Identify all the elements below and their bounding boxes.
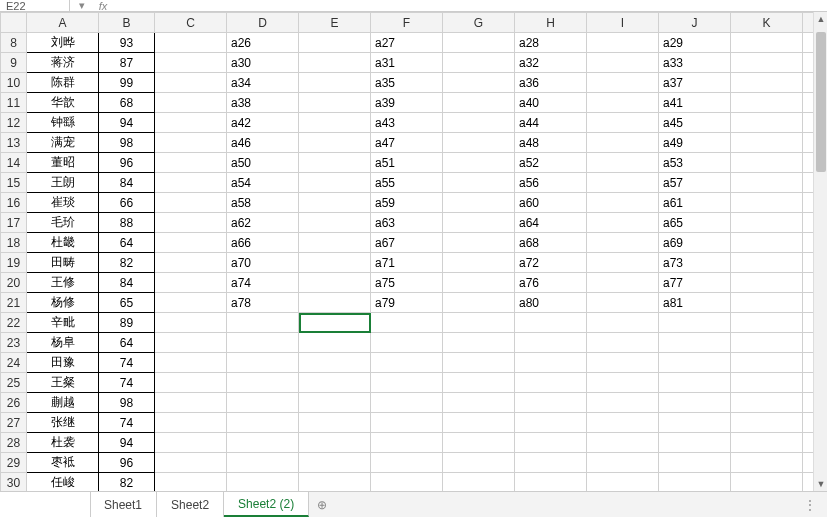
cell[interactable] <box>659 453 731 473</box>
cell[interactable]: a49 <box>659 133 731 153</box>
cell[interactable]: 陈群 <box>27 73 99 93</box>
cell[interactable] <box>515 373 587 393</box>
cell[interactable] <box>731 373 803 393</box>
cell[interactable] <box>731 93 803 113</box>
cell[interactable] <box>587 293 659 313</box>
cell[interactable]: 辛毗 <box>27 313 99 333</box>
name-box[interactable]: E22 <box>0 0 70 11</box>
cell[interactable] <box>155 333 227 353</box>
cell[interactable]: a73 <box>659 253 731 273</box>
cell[interactable] <box>587 53 659 73</box>
cell[interactable]: 64 <box>99 233 155 253</box>
cell[interactable] <box>443 473 515 492</box>
cell[interactable]: a57 <box>659 173 731 193</box>
row-header[interactable]: 9 <box>1 53 27 73</box>
fx-icon[interactable]: fx <box>94 0 112 12</box>
cell[interactable]: a58 <box>227 193 299 213</box>
row-header[interactable]: 14 <box>1 153 27 173</box>
cell[interactable] <box>299 173 371 193</box>
col-header-D[interactable]: D <box>227 13 299 33</box>
cell[interactable]: 王修 <box>27 273 99 293</box>
cell[interactable]: a50 <box>227 153 299 173</box>
row-header[interactable]: 30 <box>1 473 27 492</box>
cell[interactable]: 任峻 <box>27 473 99 492</box>
cell[interactable]: a26 <box>227 33 299 53</box>
row-header[interactable]: 15 <box>1 173 27 193</box>
cell[interactable] <box>443 393 515 413</box>
cell[interactable]: a76 <box>515 273 587 293</box>
cell[interactable] <box>443 313 515 333</box>
cell[interactable] <box>515 333 587 353</box>
cell[interactable]: a31 <box>371 53 443 73</box>
add-sheet-button[interactable]: ⊕ <box>309 498 335 512</box>
cell[interactable] <box>443 153 515 173</box>
spreadsheet-grid[interactable]: A B C D E F G H I J K 8刘晔93a26a27a28a299… <box>0 12 827 491</box>
row-header[interactable]: 18 <box>1 233 27 253</box>
cell[interactable] <box>155 273 227 293</box>
cell[interactable] <box>155 73 227 93</box>
cell[interactable] <box>371 453 443 473</box>
cell[interactable]: a77 <box>659 273 731 293</box>
cell[interactable]: 66 <box>99 193 155 213</box>
col-header-H[interactable]: H <box>515 13 587 33</box>
cell[interactable] <box>443 433 515 453</box>
cell[interactable]: 96 <box>99 153 155 173</box>
cell[interactable] <box>515 313 587 333</box>
cell[interactable] <box>227 473 299 492</box>
cell[interactable]: a80 <box>515 293 587 313</box>
name-box-dropdown[interactable]: ▾ <box>70 0 94 12</box>
cell[interactable] <box>443 93 515 113</box>
cell[interactable]: a33 <box>659 53 731 73</box>
cell[interactable]: a39 <box>371 93 443 113</box>
cell[interactable]: 毛玠 <box>27 213 99 233</box>
cell[interactable]: a35 <box>371 73 443 93</box>
cell[interactable]: a64 <box>515 213 587 233</box>
cell[interactable]: a55 <box>371 173 443 193</box>
cell[interactable] <box>587 33 659 53</box>
cell[interactable] <box>299 333 371 353</box>
cell[interactable]: 田畴 <box>27 253 99 273</box>
col-header-E[interactable]: E <box>299 13 371 33</box>
cell[interactable] <box>731 353 803 373</box>
cell[interactable] <box>659 313 731 333</box>
cell[interactable] <box>731 453 803 473</box>
cell[interactable]: a69 <box>659 233 731 253</box>
cell[interactable]: a27 <box>371 33 443 53</box>
cell[interactable]: 82 <box>99 473 155 492</box>
cell[interactable] <box>371 353 443 373</box>
cell[interactable] <box>227 413 299 433</box>
cell[interactable] <box>731 253 803 273</box>
row-header[interactable]: 10 <box>1 73 27 93</box>
cell[interactable]: 张继 <box>27 413 99 433</box>
cell[interactable] <box>299 73 371 93</box>
cell[interactable]: a71 <box>371 253 443 273</box>
cell[interactable] <box>443 33 515 53</box>
cell[interactable] <box>299 473 371 492</box>
cell[interactable]: a41 <box>659 93 731 113</box>
cell[interactable] <box>443 293 515 313</box>
cell[interactable]: 84 <box>99 273 155 293</box>
cell[interactable] <box>299 453 371 473</box>
cell[interactable] <box>155 413 227 433</box>
cell[interactable] <box>515 453 587 473</box>
cell[interactable]: a66 <box>227 233 299 253</box>
cell[interactable] <box>515 413 587 433</box>
cell[interactable]: 74 <box>99 353 155 373</box>
cell[interactable] <box>299 273 371 293</box>
cell[interactable]: 93 <box>99 33 155 53</box>
row-header[interactable]: 17 <box>1 213 27 233</box>
scroll-down-icon[interactable]: ▼ <box>814 477 827 491</box>
cell[interactable]: a51 <box>371 153 443 173</box>
cell[interactable]: 98 <box>99 393 155 413</box>
cell[interactable]: a74 <box>227 273 299 293</box>
cell[interactable]: a81 <box>659 293 731 313</box>
cell[interactable] <box>587 173 659 193</box>
cell[interactable]: a40 <box>515 93 587 113</box>
cell[interactable]: 98 <box>99 133 155 153</box>
cell[interactable] <box>731 433 803 453</box>
cell[interactable] <box>587 433 659 453</box>
row-header[interactable]: 26 <box>1 393 27 413</box>
cell[interactable]: a34 <box>227 73 299 93</box>
row-header[interactable]: 24 <box>1 353 27 373</box>
cell[interactable]: 刘晔 <box>27 33 99 53</box>
